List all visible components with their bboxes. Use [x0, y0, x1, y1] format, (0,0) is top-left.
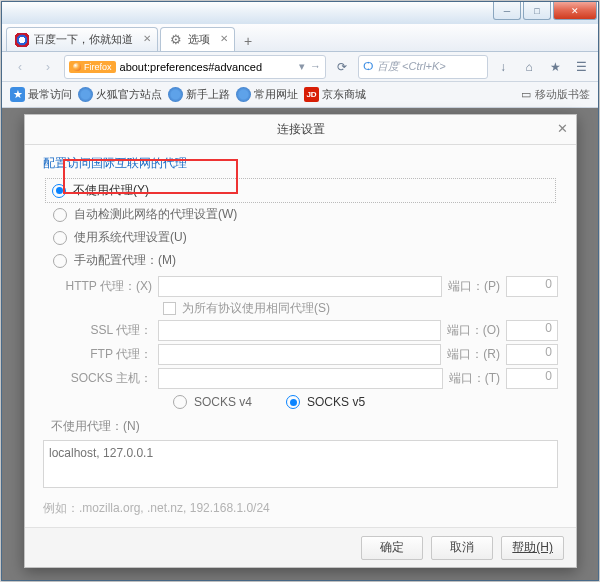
connection-settings-dialog: 连接设置 ✕ 配置访问国际互联网的代理 不使用代理(Y) 自动检测此网络的代理设… — [24, 114, 577, 568]
radio-icon — [173, 395, 187, 409]
forward-button[interactable]: › — [36, 55, 60, 79]
dialog-close-button[interactable]: ✕ — [557, 121, 568, 136]
reload-button[interactable]: ⟳ — [330, 55, 354, 79]
http-port-input[interactable]: 0 — [506, 276, 558, 297]
maximize-button[interactable]: □ — [523, 2, 551, 20]
ftp-label: FTP 代理： — [63, 346, 158, 363]
search-box[interactable]: Ѻ 百度 <Ctrl+K> — [358, 55, 488, 79]
no-proxy-input[interactable] — [43, 440, 558, 488]
ssl-label: SSL 代理： — [63, 322, 158, 339]
socks-label: SOCKS 主机： — [63, 370, 158, 387]
navbar: ‹ › Firefox about:preferences#advanced ▾… — [2, 52, 598, 82]
jd-icon: JD — [304, 87, 319, 102]
example-text: 例如：.mozilla.org, .net.nz, 192.168.1.0/24 — [43, 500, 558, 517]
manual-proxy-fields: HTTP 代理：(X) 端口：(P) 0 为所有协议使用相同代理(S) SSL … — [63, 276, 558, 412]
go-icon[interactable]: → — [310, 60, 321, 73]
url-text: about:preferences#advanced — [120, 61, 263, 73]
radio-icon — [286, 395, 300, 409]
star-icon: ★ — [10, 87, 25, 102]
radio-autodetect[interactable]: 自动检测此网络的代理设置(W) — [43, 203, 558, 226]
firefox-icon — [78, 87, 93, 102]
port-label: 端口：(P) — [442, 278, 506, 295]
radio-icon — [53, 231, 67, 245]
bm-most-visited[interactable]: ★最常访问 — [10, 87, 72, 102]
help-button[interactable]: 帮助(H) — [501, 536, 564, 560]
same-proxy-checkbox[interactable]: 为所有协议使用相同代理(S) — [163, 300, 558, 317]
bookmark-bar: ★最常访问 火狐官方站点 新手上路 常用网址 JD京东商城 ▭移动版书签 — [2, 82, 598, 108]
bm-mobile[interactable]: ▭移动版书签 — [521, 87, 590, 102]
http-input[interactable] — [158, 276, 442, 297]
firefox-icon — [236, 87, 251, 102]
dialog-buttons: 确定 取消 帮助(H) — [25, 527, 576, 567]
cancel-button[interactable]: 取消 — [431, 536, 493, 560]
radio-manual[interactable]: 手动配置代理：(M) — [43, 249, 558, 272]
radio-socks4[interactable]: SOCKS v4 — [163, 392, 252, 412]
dropdown-icon[interactable]: ▾ — [299, 60, 305, 73]
port-label: 端口：(O) — [441, 322, 506, 339]
radio-icon — [53, 254, 67, 268]
bookmarks-button[interactable]: ★ — [544, 56, 566, 78]
download-button[interactable]: ↓ — [492, 56, 514, 78]
back-button[interactable]: ‹ — [8, 55, 32, 79]
port-label: 端口：(R) — [441, 346, 506, 363]
bm-newbie[interactable]: 新手上路 — [168, 87, 230, 102]
search-placeholder: 百度 <Ctrl+K> — [377, 59, 446, 74]
titlebar: ─ □ ✕ — [2, 2, 598, 24]
url-bar[interactable]: Firefox about:preferences#advanced ▾ → — [64, 55, 326, 79]
port-label: 端口：(T) — [443, 370, 506, 387]
window: ─ □ ✕ 百度一下，你就知道 ✕ ⚙ 选项 ✕ + ‹ › Firefox a… — [1, 1, 599, 581]
firefox-icon — [168, 87, 183, 102]
firefox-badge: Firefox — [69, 61, 116, 73]
minimize-button[interactable]: ─ — [493, 2, 521, 20]
dialog-title: 连接设置 ✕ — [25, 115, 576, 145]
checkbox-icon — [163, 302, 176, 315]
close-icon[interactable]: ✕ — [220, 33, 228, 44]
search-engine-icon: Ѻ — [363, 60, 373, 73]
gear-icon: ⚙ — [169, 33, 183, 47]
tab-options[interactable]: ⚙ 选项 ✕ — [160, 27, 235, 51]
ssl-port-input[interactable]: 0 — [506, 320, 558, 341]
home-button[interactable]: ⌂ — [518, 56, 540, 78]
ftp-port-input[interactable]: 0 — [506, 344, 558, 365]
baidu-favicon — [15, 33, 29, 47]
dialog-body: 配置访问国际互联网的代理 不使用代理(Y) 自动检测此网络的代理设置(W) 使用… — [25, 145, 576, 527]
socks-input[interactable] — [158, 368, 443, 389]
radio-system[interactable]: 使用系统代理设置(U) — [43, 226, 558, 249]
tab-label: 百度一下，你就知道 — [34, 32, 133, 47]
tab-baidu[interactable]: 百度一下，你就知道 ✕ — [6, 27, 158, 51]
no-proxy-label: 不使用代理：(N) — [51, 418, 558, 435]
dialog-subtitle: 配置访问国际互联网的代理 — [43, 155, 558, 172]
content-area: 连接设置 ✕ 配置访问国际互联网的代理 不使用代理(Y) 自动检测此网络的代理设… — [2, 108, 598, 580]
radio-no-proxy[interactable]: 不使用代理(Y) — [45, 178, 556, 203]
close-icon[interactable]: ✕ — [143, 33, 151, 44]
menu-button[interactable]: ☰ — [570, 56, 592, 78]
bm-jd[interactable]: JD京东商城 — [304, 87, 366, 102]
mobile-icon: ▭ — [521, 88, 531, 101]
bm-common[interactable]: 常用网址 — [236, 87, 298, 102]
socks-port-input[interactable]: 0 — [506, 368, 558, 389]
tab-label: 选项 — [188, 32, 210, 47]
bm-firefox[interactable]: 火狐官方站点 — [78, 87, 162, 102]
ftp-input[interactable] — [158, 344, 441, 365]
new-tab-button[interactable]: + — [237, 31, 259, 51]
radio-socks5[interactable]: SOCKS v5 — [276, 392, 365, 412]
radio-icon — [53, 208, 67, 222]
ok-button[interactable]: 确定 — [361, 536, 423, 560]
tabstrip: 百度一下，你就知道 ✕ ⚙ 选项 ✕ + — [2, 24, 598, 52]
window-close-button[interactable]: ✕ — [553, 2, 597, 20]
radio-icon — [52, 184, 66, 198]
ssl-input[interactable] — [158, 320, 441, 341]
http-label: HTTP 代理：(X) — [63, 278, 158, 295]
